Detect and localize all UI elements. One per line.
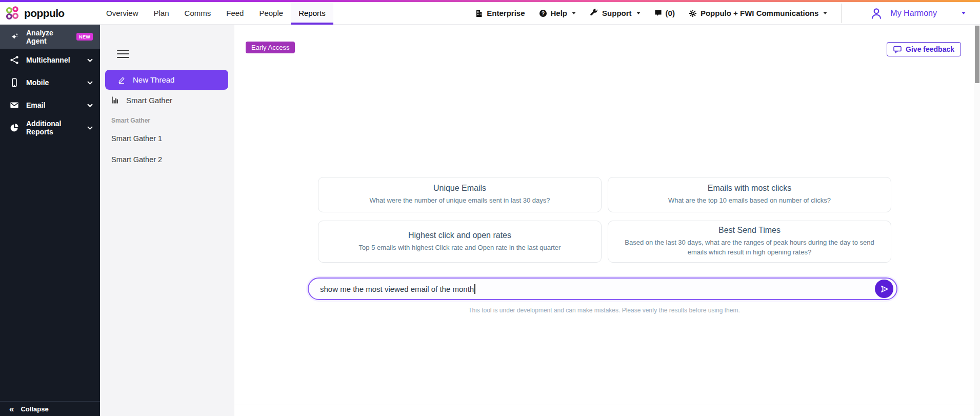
sidebar-item-label: Analyze Agent [26,29,72,45]
suggestion-card-most-clicks[interactable]: Emails with most clicks What are the top… [608,177,891,212]
topbar-divider [841,4,842,23]
notifications-count: (0) [666,9,675,17]
new-thread-label: New Thread [133,75,174,84]
app-root: poppulo Overview Plan Comms Feed People … [0,0,980,416]
chat-input-value: show me the most viewed email of the mon… [320,285,474,293]
suggestion-card-click-open-rates[interactable]: Highest click and open rates Top 5 email… [318,221,602,263]
support-menu[interactable]: Support [590,9,641,17]
chevron-down-icon [636,12,641,14]
card-title: Emails with most clicks [708,184,792,193]
card-description: What are the top 10 emails based on numb… [668,196,831,206]
help-icon: ? [539,9,547,17]
nav-plan[interactable]: Plan [146,2,177,24]
thread-item[interactable]: Smart Gather 2 [111,152,162,167]
compose-icon [117,76,126,84]
help-menu[interactable]: ? Help [539,9,576,17]
sparkles-icon [9,32,19,42]
chevron-down-icon [823,12,827,14]
pie-chart-icon [9,123,19,132]
nav-people[interactable]: People [251,2,291,24]
chevron-down-icon [87,126,93,130]
scrollbar-track[interactable] [974,25,980,416]
chevron-down-icon [87,58,93,62]
chevron-down-icon [87,81,93,85]
card-title: Highest click and open rates [408,231,511,240]
topbar-right: Enterprise ? Help Support [475,2,980,24]
enterprise-label: Enterprise [487,9,525,17]
sidebar-item-mobile[interactable]: Mobile [0,71,100,94]
svg-text:?: ? [541,10,544,16]
give-feedback-label: Give feedback [906,45,954,53]
collapse-icon: « [9,405,14,413]
new-badge: NEW [76,33,93,41]
card-title: Unique Emails [433,184,486,193]
nav-feed[interactable]: Feed [218,2,251,24]
topbar: poppulo Overview Plan Comms Feed People … [0,2,980,25]
user-avatar-icon [870,7,883,20]
sidebar-item-email[interactable]: Email [0,94,100,116]
new-thread-button[interactable]: New Thread [105,70,228,90]
sidebar-item-analyze-agent[interactable]: Analyze Agent NEW [0,25,100,49]
suggestion-cards: Unique Emails What were the number of un… [318,177,891,263]
smart-gather-label: Smart Gather [126,96,172,105]
chevron-down-icon [572,12,576,14]
threads-section-title: Smart Gather [111,117,150,124]
feedback-bubble-icon [893,45,902,53]
sidebar-item-multichannel[interactable]: Multichannel [0,49,100,71]
sidebar-item-label: Mobile [26,78,49,87]
bar-chart-icon [111,96,119,104]
sidebar: Analyze Agent NEW Multichannel [0,25,100,416]
notifications-menu[interactable]: (0) [654,9,675,17]
multichannel-icon [9,55,19,65]
send-icon [879,284,889,294]
mobile-icon [9,78,19,87]
chevron-down-icon [962,12,966,14]
card-description: Based on the last 30 days, what are the … [623,238,876,257]
org-switcher[interactable]: Poppulo + FWI Communications [689,9,827,17]
sidebar-item-label: Multichannel [26,56,70,64]
chevron-down-icon [87,104,93,107]
building-icon [475,9,483,17]
bottom-divider [234,405,974,405]
main-nav: Overview Plan Comms Feed People Reports [98,2,333,24]
main-content: Early Access Give feedback Unique Emails… [234,25,974,416]
nav-reports[interactable]: Reports [291,2,333,24]
wrench-icon [590,9,598,17]
logo-wordmark: poppulo [24,7,65,19]
user-name: My Harmony [890,9,937,18]
give-feedback-button[interactable]: Give feedback [887,42,961,56]
card-description: Top 5 emails with highest Click rate and… [359,243,561,253]
collapse-button[interactable]: « Collapse [0,401,100,416]
poppulo-logo: poppulo [0,2,77,24]
suggestion-card-best-send-times[interactable]: Best Send Times Based on the last 30 day… [608,221,891,263]
org-label: Poppulo + FWI Communications [701,9,818,17]
nav-comms[interactable]: Comms [177,2,219,24]
help-label: Help [551,9,568,17]
smart-gather-nav-item[interactable]: Smart Gather [111,93,172,107]
email-icon [9,101,19,110]
suggestion-card-unique-emails[interactable]: Unique Emails What were the number of un… [318,177,602,212]
poppulo-logo-icon [5,6,21,21]
hamburger-menu-icon[interactable] [117,50,129,58]
text-cursor [474,284,475,294]
card-title: Best Send Times [718,226,781,235]
nav-overview[interactable]: Overview [98,2,146,24]
chat-input[interactable]: show me the most viewed email of the mon… [308,278,897,300]
scrollbar-thumb[interactable] [975,26,979,83]
disclaimer-text: This tool is under development and can m… [234,307,974,314]
user-menu[interactable]: My Harmony [855,7,973,20]
enterprise-menu[interactable]: Enterprise [475,9,525,17]
collapse-label: Collapse [21,405,48,413]
thread-item[interactable]: Smart Gather 1 [111,131,162,146]
sidebar-item-label: Email [26,101,45,109]
send-button[interactable] [875,280,893,298]
support-label: Support [602,9,632,17]
card-description: What were the number of unique emails se… [370,196,550,206]
sidebar-item-label: Additional Reports [26,120,87,136]
threads-panel: New Thread Smart Gather Smart Gather Sma… [100,25,234,416]
early-access-badge: Early Access [246,42,295,53]
comment-icon [654,9,662,17]
sidebar-item-additional-reports[interactable]: Additional Reports [0,116,100,139]
gear-icon [689,9,697,17]
